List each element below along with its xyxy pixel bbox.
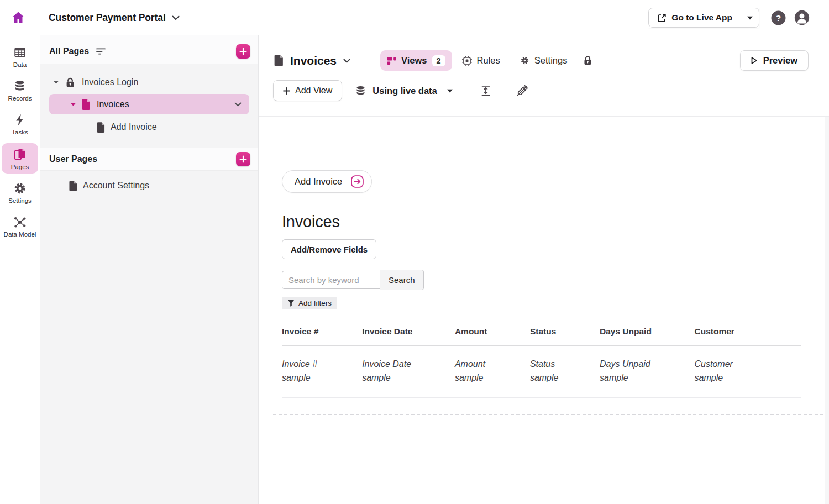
- external-link-icon: [657, 13, 667, 23]
- pages-tree: Invoices Login Invoices Add Invoice: [40, 64, 258, 138]
- column-header[interactable]: Status: [530, 323, 600, 346]
- table-header-row: Invoice # Invoice Date Amount Status Day…: [282, 323, 801, 346]
- tab-label: Views: [401, 55, 427, 66]
- row-height-icon[interactable]: [480, 85, 491, 97]
- add-page-button[interactable]: [236, 44, 250, 59]
- preview-button[interactable]: Preview: [740, 50, 809, 71]
- add-view-label: Add View: [295, 86, 332, 96]
- tree-item-invoices-login[interactable]: Invoices Login: [40, 72, 258, 93]
- tree-item-label: Invoices Login: [82, 77, 138, 87]
- table-view-title: Invoices: [282, 213, 801, 231]
- tree-item-invoices-selected[interactable]: Invoices: [49, 94, 249, 114]
- go-to-live-app-dropdown[interactable]: [741, 8, 759, 28]
- top-bar: Customer Payment Portal Go to Live App ?: [0, 0, 829, 35]
- column-header[interactable]: Invoice #: [282, 323, 362, 346]
- chevron-down-icon: [343, 59, 350, 63]
- preview-label: Preview: [763, 55, 797, 66]
- sample-cell: Statussample: [530, 346, 600, 397]
- chevron-down-icon: [172, 15, 180, 20]
- topbar-actions: Go to Live App ?: [648, 8, 810, 28]
- search-button[interactable]: Search: [380, 270, 424, 290]
- home-icon[interactable]: [11, 11, 25, 25]
- lock-icon[interactable]: [583, 55, 592, 66]
- caret-down-icon[interactable]: [71, 103, 76, 106]
- edit-off-icon[interactable]: [516, 85, 528, 97]
- add-remove-fields-button[interactable]: Add/Remove Fields: [282, 239, 376, 259]
- page-header: Invoices Views 2 Rules: [259, 35, 829, 117]
- add-filters-label: Add filters: [298, 299, 332, 307]
- chevron-down-icon[interactable]: [234, 102, 242, 107]
- nav-item-data-model[interactable]: Data Model: [2, 212, 38, 241]
- funnel-icon: [287, 300, 295, 307]
- nav-label: Data: [13, 61, 27, 68]
- help-icon[interactable]: ?: [771, 11, 786, 25]
- nav-item-settings[interactable]: Settings: [2, 178, 38, 207]
- nav-item-pages[interactable]: Pages: [2, 143, 38, 174]
- page-title: Invoices: [290, 54, 337, 67]
- go-to-live-app-label: Go to Live App: [671, 13, 732, 23]
- page-icon: [97, 122, 105, 133]
- column-header[interactable]: Amount: [455, 323, 530, 346]
- table-icon: [13, 46, 27, 59]
- sample-cell: Customersample: [695, 346, 801, 397]
- account-avatar-icon[interactable]: [794, 10, 810, 25]
- nav-label: Settings: [8, 197, 32, 204]
- page-title-dropdown[interactable]: Invoices: [274, 54, 350, 67]
- svg-text:?: ?: [776, 13, 781, 23]
- page-icon: [69, 181, 77, 191]
- nav-item-records[interactable]: Records: [2, 76, 38, 105]
- tree-item-account-settings[interactable]: Account Settings: [40, 175, 258, 196]
- views-count-badge: 2: [432, 55, 445, 66]
- caret-down-icon[interactable]: [54, 81, 59, 84]
- add-user-page-button[interactable]: [236, 152, 250, 166]
- nav-label: Records: [8, 95, 32, 102]
- user-pages-header: User Pages: [40, 148, 258, 171]
- go-to-live-app-split-button: Go to Live App: [648, 8, 759, 28]
- tab-settings[interactable]: Settings: [513, 50, 574, 71]
- sample-cell: Invoice Datesample: [362, 346, 455, 397]
- add-view-button[interactable]: Add View: [273, 80, 342, 101]
- caret-down-icon: [447, 89, 453, 93]
- column-header[interactable]: Invoice Date: [362, 323, 455, 346]
- column-header[interactable]: Customer: [695, 323, 801, 346]
- add-filters-button[interactable]: Add filters: [282, 297, 337, 309]
- nav-label: Tasks: [12, 129, 28, 135]
- pages-icon: [13, 147, 27, 161]
- tree-item-add-invoice[interactable]: Add Invoice: [40, 117, 258, 138]
- search-input[interactable]: [282, 271, 380, 289]
- live-data-dropdown[interactable]: Using live data: [355, 85, 452, 97]
- network-icon: [13, 216, 27, 229]
- database-icon: [13, 80, 27, 93]
- vertical-scrollbar[interactable]: [825, 117, 829, 504]
- table-sample-row: Invoice #sample Invoice Datesample Amoun…: [282, 346, 801, 397]
- tab-views[interactable]: Views 2: [380, 50, 452, 71]
- page-tabs: Views 2 Rules Settings: [380, 50, 574, 71]
- go-to-live-app-button[interactable]: Go to Live App: [648, 8, 741, 28]
- nav-item-data[interactable]: Data: [2, 42, 38, 71]
- add-invoice-link-button[interactable]: Add Invoice: [282, 170, 372, 193]
- tab-label: Settings: [534, 55, 568, 66]
- app-title: Customer Payment Portal: [49, 12, 166, 24]
- primary-nav: Data Records Tasks Pages Settings Data M…: [0, 35, 40, 504]
- page-icon: [274, 55, 284, 66]
- views-icon: [387, 56, 396, 65]
- sample-cell: Days Unpaidsample: [600, 346, 695, 397]
- keyword-search: Search: [282, 270, 801, 290]
- app-switcher[interactable]: Customer Payment Portal: [49, 12, 180, 24]
- tree-item-label: Account Settings: [83, 181, 149, 191]
- tab-rules[interactable]: Rules: [455, 50, 507, 71]
- column-header[interactable]: Days Unpaid: [600, 323, 695, 346]
- gear-icon: [13, 182, 27, 195]
- all-pages-title: All Pages: [49, 46, 89, 56]
- sample-cell: Amountsample: [455, 346, 530, 397]
- page-canvas: Add Invoice Invoices Add/Remove Fields S…: [259, 117, 829, 504]
- tree-item-label: Add Invoice: [111, 122, 157, 132]
- nav-item-tasks[interactable]: Tasks: [2, 109, 38, 139]
- filter-list-icon[interactable]: [96, 48, 106, 55]
- play-icon: [751, 57, 757, 64]
- plus-icon: [283, 87, 290, 95]
- sample-cell: Invoice #sample: [282, 346, 362, 397]
- live-data-label: Using live data: [372, 86, 437, 96]
- lightning-icon: [13, 113, 27, 127]
- add-invoice-link-label: Add Invoice: [295, 176, 342, 187]
